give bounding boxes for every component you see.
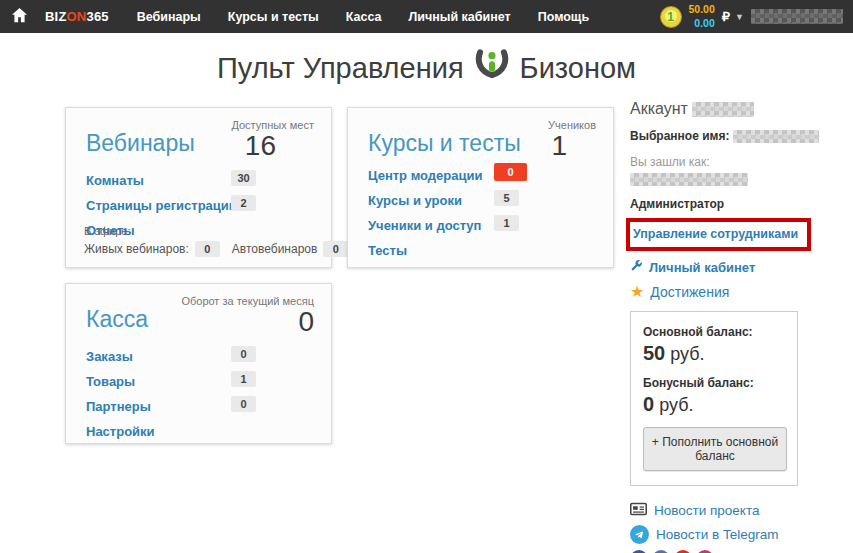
- balance-box: Основной баланс: 50 руб. Бонусный баланс…: [630, 311, 798, 486]
- chevron-down-icon[interactable]: ▼: [735, 12, 744, 22]
- main-balance-currency: руб.: [670, 344, 704, 364]
- nav-item-cashbox[interactable]: Касса: [346, 10, 382, 24]
- dashboard-page: BIZON365 Вебинары Курсы и тесты Касса Ли…: [0, 0, 853, 553]
- redacted-account-id: [692, 102, 754, 117]
- link-row: Заказы 0: [86, 347, 317, 372]
- cashbox-card: Касса Оборот за текущий месяц 0 Заказы 0…: [65, 283, 332, 444]
- home-button[interactable]: [10, 6, 29, 28]
- wrench-icon: [630, 259, 643, 275]
- bizon-logo-icon: [473, 48, 511, 89]
- telegram-news-link[interactable]: Новости в Telegram: [656, 527, 778, 542]
- badge-moderation-center: 0: [494, 163, 527, 181]
- link-row: Центр модерации 0: [368, 166, 599, 191]
- webinars-card-title[interactable]: Вебинары: [86, 130, 195, 157]
- coin-icon[interactable]: 1: [660, 6, 682, 28]
- brand-logo[interactable]: BIZON365: [45, 9, 109, 24]
- page-title-left: Пульт Управления: [217, 52, 464, 85]
- link-rooms[interactable]: Комнаты: [86, 173, 144, 188]
- personal-cabinet-link[interactable]: Личный кабинет: [649, 260, 755, 275]
- link-partners[interactable]: Партнеры: [86, 399, 151, 414]
- account-sidebar: Аккаунт Выбранное имя: Вы зашли как: Адм…: [630, 100, 840, 553]
- live-webinars-count: 0: [195, 241, 220, 257]
- badge-courses-lessons: 5: [494, 190, 519, 206]
- link-row: Партнеры 0: [86, 397, 317, 422]
- manage-staff-link[interactable]: Управление сотрудниками: [633, 227, 798, 241]
- star-icon: ★: [630, 284, 644, 300]
- nav-item-help[interactable]: Помощь: [538, 10, 589, 24]
- link-row: Тесты: [368, 241, 599, 266]
- brand-highlight: ON: [67, 9, 87, 24]
- onair-label: В эфире:: [84, 225, 321, 237]
- newspaper-icon: [630, 502, 647, 519]
- courses-card-title[interactable]: Курсы и тесты: [368, 130, 521, 157]
- badge-products: 1: [231, 371, 256, 387]
- top-navbar: BIZON365 Вебинары Курсы и тесты Касса Ли…: [0, 0, 853, 33]
- auto-webinars-count: 0: [323, 241, 348, 257]
- link-tests[interactable]: Тесты: [368, 243, 407, 258]
- balance-bonus: 0.00: [694, 17, 714, 30]
- link-students-access[interactable]: Ученики и доступ: [368, 218, 481, 233]
- selected-name-row: Выбранное имя:: [630, 129, 840, 143]
- link-moderation-center[interactable]: Центр модерации: [368, 168, 483, 183]
- nav-item-personal-cabinet[interactable]: Личный кабинет: [409, 10, 511, 24]
- nav-item-courses[interactable]: Курсы и тесты: [228, 10, 319, 24]
- logged-in-label: Вы зашли как:: [630, 155, 840, 169]
- page-title: Пульт Управления Бизоном: [0, 48, 853, 89]
- webinars-metric: Доступных мест 16: [231, 119, 314, 162]
- badge-orders: 0: [231, 346, 256, 362]
- main-balance-number: 50: [643, 342, 665, 364]
- link-settings[interactable]: Настройки: [86, 424, 155, 439]
- courses-card: Курсы и тесты Учеников 1 Центр модерации…: [347, 107, 614, 268]
- account-row: Аккаунт: [630, 100, 840, 118]
- topup-balance-button[interactable]: + Пополнить основной баланс: [643, 427, 787, 471]
- link-row: Комнаты 30: [86, 171, 317, 196]
- brand-prefix: BIZ: [45, 9, 67, 24]
- bonus-balance-number: 0: [643, 393, 654, 415]
- project-news-link[interactable]: Новости проекта: [654, 503, 759, 518]
- webinars-onair-footer: В эфире: Живых вебинаров: 0 Автовебинаро…: [84, 225, 321, 257]
- redacted-selected-name: [733, 130, 819, 143]
- navbar-account-area: 1 50.00 0.00 ₽ ▼: [660, 3, 843, 29]
- bonus-balance-value: 0 руб.: [643, 393, 787, 416]
- link-products[interactable]: Товары: [86, 374, 135, 389]
- home-icon: [10, 6, 29, 28]
- achievements-link[interactable]: Достижения: [650, 284, 729, 300]
- project-news-row: Новости проекта: [630, 502, 840, 519]
- badge-registration-pages: 2: [231, 195, 256, 211]
- link-registration-pages[interactable]: Страницы регистрации: [86, 198, 237, 213]
- account-label: Аккаунт: [630, 100, 688, 117]
- courses-links: Центр модерации 0 Курсы и уроки 5 Ученик…: [368, 166, 599, 266]
- badge-partners: 0: [231, 396, 256, 412]
- live-webinars-label: Живых вебинаров:: [84, 242, 189, 256]
- achievements-row: ★ Достижения: [630, 284, 840, 300]
- cashbox-links: Заказы 0 Товары 1 Партнеры 0 Настройки: [86, 347, 317, 447]
- role-label: Администратор: [630, 197, 840, 211]
- telegram-news-row: Новости в Telegram: [630, 525, 840, 544]
- webinars-card: Вебинары Доступных мест 16 Комнаты 30 Ст…: [65, 107, 332, 268]
- link-row: Товары 1: [86, 372, 317, 397]
- nav-item-webinars[interactable]: Вебинары: [137, 10, 201, 24]
- auto-webinars-label: Автовебинаров: [232, 242, 318, 256]
- link-orders[interactable]: Заказы: [86, 349, 133, 364]
- link-courses-lessons[interactable]: Курсы и уроки: [368, 193, 462, 208]
- personal-cabinet-row: Личный кабинет: [630, 259, 840, 275]
- cashbox-card-title[interactable]: Касса: [86, 306, 148, 333]
- redacted-logged-in-email: [630, 173, 748, 186]
- metric-value: 1: [548, 131, 567, 162]
- badge-students-access: 1: [494, 215, 519, 231]
- link-row: Страницы регистрации 2: [86, 196, 317, 221]
- metric-value: 0: [181, 307, 314, 338]
- courses-metric: Учеников 1: [548, 119, 596, 162]
- page-title-right: Бизоном: [520, 52, 636, 85]
- main-balance-value: 50 руб.: [643, 342, 787, 365]
- main-balance-label: Основной баланс:: [643, 325, 787, 339]
- telegram-icon[interactable]: [630, 525, 649, 544]
- balance-amounts[interactable]: 50.00 0.00: [689, 3, 715, 29]
- balance-main: 50.00: [689, 3, 715, 16]
- link-row: Ученики и доступ 1: [368, 216, 599, 241]
- currency-symbol: ₽: [722, 9, 730, 24]
- onair-stats: Живых вебинаров: 0 Автовебинаров 0: [84, 241, 321, 257]
- cashbox-metric: Оборот за текущий месяц 0: [181, 295, 314, 338]
- redacted-user-name[interactable]: [751, 9, 843, 24]
- bonus-balance-label: Бонусный баланс:: [643, 376, 787, 390]
